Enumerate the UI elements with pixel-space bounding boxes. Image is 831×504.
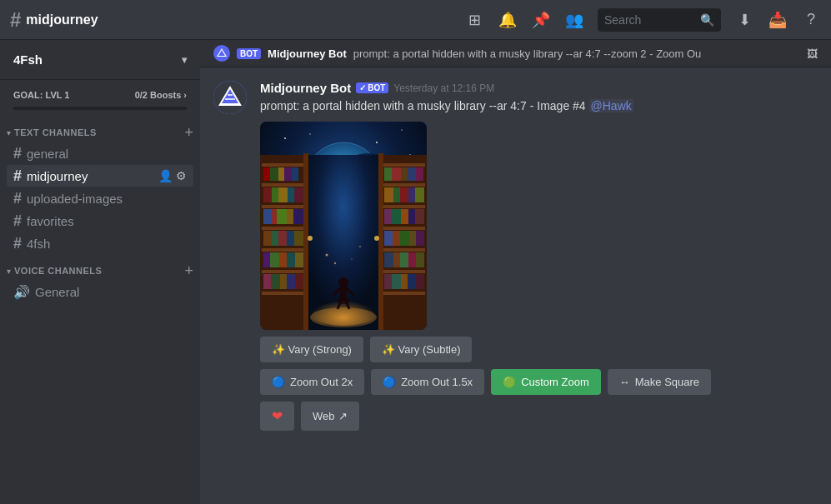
- download-icon[interactable]: ⬇: [734, 10, 754, 30]
- svg-rect-48: [295, 252, 303, 267]
- message-header: Midjourney Bot ✓ BOT Yesterday at 12:16 …: [260, 81, 818, 95]
- checkmark-icon: ✓: [359, 83, 366, 92]
- bot-avatar-small: [213, 45, 230, 62]
- boost-count[interactable]: 0/2 Boosts ›: [135, 90, 187, 100]
- midjourney-logo: [213, 81, 247, 114]
- svg-rect-26: [263, 187, 272, 202]
- svg-rect-104: [303, 153, 308, 330]
- channel-label: 4fsh: [27, 237, 50, 251]
- svg-rect-50: [263, 274, 271, 289]
- channel-name-header: midjourney: [26, 12, 98, 27]
- add-member-icon[interactable]: 👤: [158, 169, 173, 182]
- settings-icon[interactable]: ⚙: [176, 169, 187, 182]
- external-link-icon: ↗: [338, 410, 348, 422]
- svg-rect-105: [378, 153, 383, 330]
- svg-point-9: [309, 133, 311, 135]
- svg-rect-55: [262, 292, 304, 295]
- goal-text: GOAL: LVL 1: [13, 90, 69, 100]
- sidebar-item-general[interactable]: # general: [7, 142, 193, 164]
- heart-button[interactable]: ❤: [260, 402, 294, 431]
- messages-container[interactable]: Midjourney Bot ✓ BOT Yesterday at 12:16 …: [200, 67, 831, 504]
- message-text-dash: - Image #4: [530, 99, 589, 112]
- custom-zoom-label: Custom Zoom: [521, 376, 589, 388]
- sidebar-item-favorites[interactable]: # favorites: [7, 210, 193, 232]
- text-channels-header[interactable]: ▾ TEXT CHANNELS +: [0, 120, 200, 142]
- bell-icon[interactable]: 🔔: [498, 10, 518, 30]
- help-icon[interactable]: ?: [801, 10, 821, 30]
- svg-rect-89: [392, 274, 401, 289]
- channel-icons: 👤 ⚙: [158, 169, 187, 182]
- chat-area: BOT Midjourney Bot prompt: a portal hidd…: [200, 40, 831, 504]
- portal-image: [260, 122, 427, 330]
- svg-point-99: [338, 277, 348, 287]
- mention[interactable]: @Hawk: [589, 99, 633, 112]
- pin-icon[interactable]: 📌: [531, 10, 551, 30]
- svg-rect-20: [263, 167, 270, 181]
- svg-rect-84: [400, 252, 408, 267]
- sidebar-item-midjourney[interactable]: # midjourney 👤 ⚙: [7, 165, 193, 187]
- notification-text: prompt: a portal hidden with a musky lib…: [353, 47, 702, 60]
- voice-channels-header[interactable]: ▾ VOICE CHANNELS +: [0, 258, 200, 280]
- boost-bar-header: GOAL: LVL 1 0/2 Boosts ›: [7, 87, 193, 103]
- svg-rect-46: [279, 252, 287, 267]
- boost-progress-bg: [13, 107, 187, 110]
- svg-rect-19: [262, 163, 304, 167]
- inbox-icon[interactable]: 📥: [768, 10, 788, 30]
- add-text-channel-button[interactable]: +: [184, 125, 193, 140]
- svg-rect-45: [270, 252, 279, 267]
- svg-rect-63: [383, 183, 425, 187]
- hashtag-icon[interactable]: ⊞: [464, 10, 484, 30]
- svg-rect-37: [262, 227, 304, 230]
- web-label: Web: [313, 410, 335, 422]
- voice-channels-section: ▾ VOICE CHANNELS + 🔊 General: [0, 258, 200, 304]
- svg-rect-74: [415, 209, 424, 224]
- svg-rect-76: [384, 231, 393, 246]
- verified-badge: ✓ BOT: [356, 82, 388, 93]
- web-button[interactable]: Web ↗: [301, 402, 359, 431]
- zoom-out-1-5x-button[interactable]: 🔵 Zoom Out 1.5x: [371, 369, 484, 395]
- svg-rect-54: [295, 274, 303, 289]
- svg-rect-80: [416, 231, 424, 246]
- svg-rect-21: [270, 167, 278, 181]
- search-bar[interactable]: 🔍: [598, 8, 721, 32]
- channel-hash-icon: #: [13, 146, 22, 161]
- add-voice-channel-button[interactable]: +: [184, 263, 193, 278]
- make-square-button[interactable]: ↔ Make Square: [608, 369, 711, 395]
- svg-rect-64: [384, 187, 393, 202]
- message-content: Midjourney Bot ✓ BOT Yesterday at 12:16 …: [260, 81, 818, 437]
- svg-rect-28: [278, 187, 288, 202]
- search-input[interactable]: [604, 13, 695, 27]
- svg-point-108: [326, 253, 328, 256]
- zoom-2x-icon: 🔵: [272, 376, 285, 388]
- zoom-out-2x-button[interactable]: 🔵 Zoom Out 2x: [260, 369, 364, 395]
- channel-hash-icon: #: [13, 191, 22, 206]
- heart-icon: ❤: [272, 408, 283, 424]
- svg-rect-93: [383, 292, 425, 295]
- message-group: Midjourney Bot ✓ BOT Yesterday at 12:16 …: [213, 81, 818, 437]
- zoom-1-5x-icon: 🔵: [383, 376, 396, 388]
- svg-rect-67: [408, 187, 415, 202]
- bot-badge: BOT: [237, 48, 261, 59]
- svg-rect-24: [292, 167, 298, 181]
- svg-point-106: [308, 236, 313, 241]
- svg-rect-65: [393, 187, 400, 202]
- svg-point-110: [334, 262, 336, 263]
- members-icon[interactable]: 👥: [564, 10, 584, 30]
- vary-strong-button[interactable]: ✨ Vary (Strong): [260, 337, 363, 362]
- svg-rect-68: [415, 187, 424, 202]
- svg-rect-92: [416, 274, 424, 289]
- svg-rect-35: [287, 209, 293, 224]
- make-square-label: Make Square: [635, 376, 699, 388]
- top-bar: # midjourney ⊞ 🔔 📌 👥 🔍 ⬇ 📥 ?: [0, 0, 831, 40]
- sidebar-item-uploaded-images[interactable]: # uploaded-images: [7, 187, 193, 209]
- vary-subtle-button[interactable]: ✨ Vary (Subtle): [370, 337, 473, 362]
- sidebar-item-4fsh[interactable]: # 4fsh: [7, 232, 193, 254]
- custom-zoom-button[interactable]: 🟢 Custom Zoom: [491, 369, 601, 395]
- svg-rect-83: [393, 252, 400, 267]
- sidebar: 4Fsh ▾ GOAL: LVL 1 0/2 Boosts › ▾ TEXT C…: [0, 40, 200, 504]
- svg-rect-71: [391, 209, 401, 224]
- channel-label: General: [35, 285, 79, 299]
- midjourney-logo-small: [215, 47, 228, 60]
- server-header[interactable]: 4Fsh ▾: [0, 40, 200, 80]
- sidebar-item-general-voice[interactable]: 🔊 General: [7, 281, 193, 303]
